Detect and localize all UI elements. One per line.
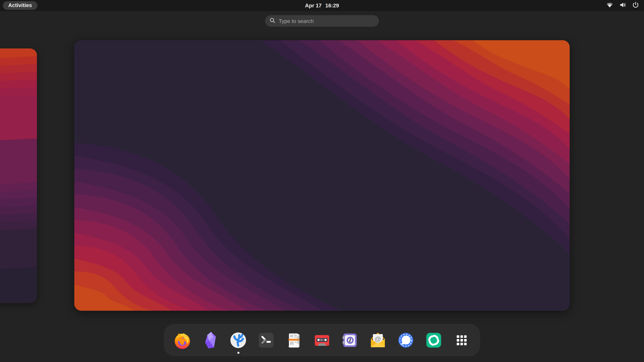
- search-placeholder: Type to search: [279, 18, 314, 24]
- obsidian-icon: [200, 330, 220, 350]
- element-icon: [424, 330, 444, 350]
- dock-item-news[interactable]: NEWS: [284, 330, 304, 350]
- wallpaper-main: [74, 40, 570, 311]
- dock-item-firefox[interactable]: [172, 330, 192, 350]
- terminal-icon: [256, 330, 276, 350]
- activities-button[interactable]: Activities: [3, 1, 37, 10]
- app-grid-icon: [452, 330, 472, 350]
- dock-item-element[interactable]: [424, 330, 444, 350]
- wallpaper-left: [0, 48, 37, 303]
- dock-item-password-safe[interactable]: [340, 330, 360, 350]
- search-icon: [270, 17, 276, 24]
- cassette-icon: [312, 330, 332, 350]
- clock-button[interactable]: Apr 17 16:29: [305, 2, 339, 9]
- dock-item-email[interactable]: @: [368, 330, 388, 350]
- dock-item-coral[interactable]: [228, 330, 248, 350]
- password-safe-icon: [340, 330, 360, 350]
- firefox-icon: [172, 330, 192, 350]
- coral-icon: [228, 330, 248, 350]
- news-label: NEWS: [297, 336, 299, 344]
- dock-item-cassette[interactable]: [312, 330, 332, 350]
- dock: NEWS: [164, 324, 480, 356]
- running-indicator: [237, 352, 239, 354]
- dock-item-signal[interactable]: [396, 330, 416, 350]
- gnome-activities-overview: Activities Apr 17 16:29: [0, 0, 644, 362]
- signal-icon: [396, 330, 416, 350]
- workspace-preview-main[interactable]: [74, 40, 570, 311]
- clock-time: 16:29: [325, 2, 339, 9]
- dock-item-obsidian[interactable]: [200, 330, 220, 350]
- search-input[interactable]: Type to search: [265, 15, 379, 27]
- app-grid-button[interactable]: [452, 330, 472, 350]
- email-icon: @: [368, 330, 388, 350]
- workspace-thumb-left[interactable]: [0, 48, 37, 303]
- clock-date: Apr 17: [305, 2, 322, 9]
- email-at-glyph: @: [375, 335, 381, 343]
- wifi-icon: [606, 2, 613, 9]
- dock-item-terminal[interactable]: [256, 330, 276, 350]
- volume-icon: [619, 2, 626, 9]
- top-bar: Activities Apr 17 16:29: [0, 0, 644, 11]
- power-icon: [632, 2, 639, 9]
- newspaper-icon: NEWS: [284, 330, 304, 350]
- system-status-area[interactable]: [606, 2, 639, 9]
